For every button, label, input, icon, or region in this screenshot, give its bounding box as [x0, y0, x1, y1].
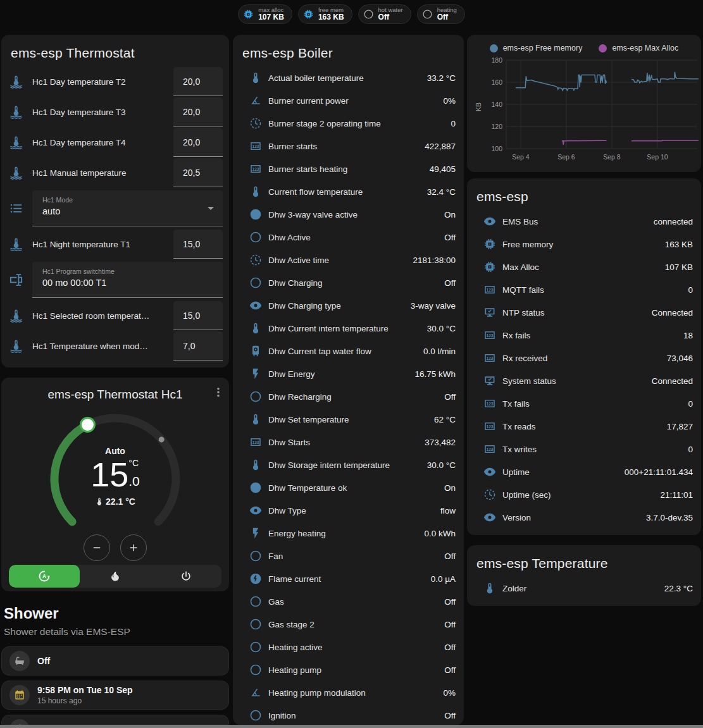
- entity-row[interactable]: Heating activeOff: [233, 636, 464, 658]
- entity-row[interactable]: Burner current power0%: [233, 89, 464, 112]
- hvac-mode-off[interactable]: [151, 565, 221, 588]
- shower-card[interactable]: 9:58 PM on Tue 10 Sep15 hours ago: [1, 681, 229, 710]
- dial-target-knob[interactable]: [80, 417, 94, 431]
- entity-value: 0: [451, 119, 456, 128]
- entity-row[interactable]: 123Dhw Starts373,482: [233, 431, 464, 453]
- number-input[interactable]: 15,0: [173, 230, 223, 259]
- dial-active-arc[interactable]: [54, 424, 87, 521]
- entity-row[interactable]: 123Burner starts422,887: [233, 135, 464, 157]
- number-input[interactable]: 15,0: [173, 301, 223, 330]
- chip-free-mem[interactable]: free mem163 KB: [298, 4, 352, 24]
- circle-outline-icon: [249, 390, 262, 403]
- hvac-mode-heat[interactable]: [80, 565, 151, 588]
- svg-text:Sep 8: Sep 8: [603, 153, 621, 161]
- entity-row[interactable]: Burner stage 2 operating time0: [233, 112, 464, 135]
- entity-row[interactable]: 123Tx writes0: [467, 438, 701, 460]
- entity-row[interactable]: NTP statusConnected: [467, 301, 701, 324]
- chip-hot-water[interactable]: hot waterOff: [358, 4, 411, 24]
- hvac-mode-bar: A: [9, 565, 221, 588]
- entity-row[interactable]: Dhw ActiveOff: [233, 226, 464, 249]
- legend-item-max-alloc[interactable]: ems-esp Max Alloc: [599, 44, 678, 52]
- progress-clock-icon: [483, 488, 496, 501]
- number-input[interactable]: 20,0: [173, 97, 223, 126]
- entity-row[interactable]: System statusConnected: [467, 369, 701, 392]
- entity-value: 373,482: [425, 438, 456, 447]
- decrease-temperature-button[interactable]: [84, 534, 110, 561]
- number-input[interactable]: 7,0: [173, 331, 223, 361]
- chip-max-alloc[interactable]: max alloc107 KB: [238, 4, 292, 24]
- entity-row[interactable]: Dhw 3-way valve activeOn: [233, 203, 464, 226]
- eye-icon: [483, 466, 496, 478]
- shower-card[interactable]: Off: [1, 646, 229, 676]
- entity-row[interactable]: Dhw Set temperature62 °C: [233, 408, 464, 431]
- entity-row: Hc1 Night temperature T115,0: [1, 229, 229, 259]
- circle-outline-icon: [249, 709, 262, 722]
- shower-card-text: 9:58 PM on Tue 10 Sep15 hours ago: [37, 685, 133, 705]
- entity-value: Connected: [652, 376, 693, 386]
- temperature-stepper: [1, 534, 229, 561]
- svg-text:180: 180: [491, 56, 502, 64]
- entity-row[interactable]: Dhw Current tap water flow0.0 l/min: [233, 340, 464, 362]
- entity-row[interactable]: Uptime000+21:11:01.434: [467, 460, 701, 483]
- entity-row[interactable]: Dhw Temperature okOn: [233, 476, 464, 499]
- entity-row[interactable]: 123Tx fails0: [467, 392, 701, 415]
- entity-row[interactable]: Dhw Current intern temperature30.0 °C: [233, 317, 464, 340]
- counter-icon: 123: [483, 420, 496, 433]
- entity-row[interactable]: Flame current0.0 µA: [233, 567, 464, 590]
- entity-row[interactable]: Dhw Active time2181:38:00: [233, 249, 464, 271]
- flash-circle-icon: [249, 572, 262, 585]
- entity-value: flow: [440, 506, 456, 515]
- entity-row[interactable]: Gas stage 2Off: [233, 613, 464, 636]
- chip-heating[interactable]: heatingOff: [417, 4, 465, 24]
- entity-row[interactable]: Dhw Typeflow: [233, 499, 464, 522]
- shower-icon-chip: [9, 651, 30, 671]
- entity-row[interactable]: Heating pumpOff: [233, 658, 464, 681]
- entity-row[interactable]: Dhw ChargingOff: [233, 271, 464, 294]
- entity-row[interactable]: Heating pump modulation0%: [233, 681, 464, 704]
- legend-item-free-memory[interactable]: ems-esp Free memory: [490, 44, 583, 52]
- entity-row[interactable]: 123Tx reads17,827: [467, 415, 701, 438]
- increase-temperature-button[interactable]: [120, 534, 147, 561]
- hvac-mode-auto[interactable]: A: [9, 565, 80, 588]
- entity-row[interactable]: GasOff: [233, 590, 464, 613]
- entity-row[interactable]: Dhw Energy16.75 kWh: [233, 362, 464, 385]
- entity-label: Version: [502, 513, 640, 522]
- eye-icon: [249, 504, 262, 517]
- entity-row[interactable]: Dhw Storage intern temperature30.0 °C: [233, 453, 464, 476]
- entity-row[interactable]: Dhw RechargingOff: [233, 385, 464, 408]
- entity-row[interactable]: FanOff: [233, 545, 464, 567]
- entity-value: 22.3 °C: [664, 584, 693, 593]
- text-field[interactable]: Hc1 Program switchtime00 mo 00:00 T1: [32, 262, 223, 298]
- number-input[interactable]: 20,0: [173, 67, 223, 96]
- svg-text:160: 160: [491, 78, 502, 86]
- entity-row[interactable]: IgnitionOff: [233, 704, 464, 725]
- entity-row[interactable]: Version3.7.0-dev.35: [467, 506, 701, 529]
- entity-value: 0: [688, 285, 693, 295]
- mode-select[interactable]: Hc1 Modeauto: [32, 190, 223, 226]
- number-input[interactable]: 20,5: [173, 158, 223, 187]
- entity-row[interactable]: Max Alloc107 KB: [467, 256, 701, 278]
- entity-label: Zolder: [502, 584, 658, 593]
- entity-row[interactable]: 123MQTT fails0: [467, 278, 701, 301]
- dial-arc[interactable]: [39, 404, 191, 556]
- entity-value: On: [444, 483, 456, 493]
- entity-row[interactable]: Zolder22.3 °C: [467, 577, 701, 600]
- entity-row[interactable]: 123Burner starts heating49,405: [233, 157, 464, 180]
- entity-row[interactable]: Uptime (sec)21:11:01: [467, 483, 701, 506]
- number-input[interactable]: 20,0: [173, 128, 223, 157]
- entity-value: Off: [444, 620, 456, 629]
- entity-row[interactable]: Current flow temperature32.4 °C: [233, 180, 464, 203]
- entity-row[interactable]: Dhw Charging type3-way valve: [233, 294, 464, 317]
- entity-row[interactable]: Energy heating0.0 kWh: [233, 522, 464, 545]
- entity-row[interactable]: 123Rx fails18: [467, 324, 701, 347]
- entity-row[interactable]: Free memory163 KB: [467, 233, 701, 256]
- entity-row[interactable]: 123Rx received73,046: [467, 347, 701, 369]
- dots-vertical-icon[interactable]: [211, 385, 225, 399]
- entity-row[interactable]: EMS Busconnected: [467, 210, 701, 233]
- progress-clock-icon: [249, 117, 262, 130]
- chart-legend: ems-esp Free memoryems-esp Max Alloc: [467, 35, 701, 52]
- entity-row[interactable]: Actual boiler temperature33.2 °C: [233, 66, 464, 89]
- entity-label: Dhw Temperature ok: [268, 483, 438, 493]
- entity-value: 0: [688, 399, 693, 409]
- field-label: Hc1 Program switchtime: [42, 268, 204, 276]
